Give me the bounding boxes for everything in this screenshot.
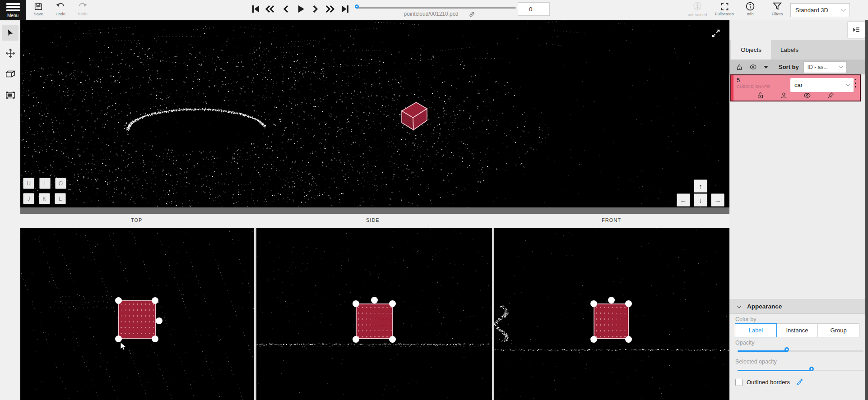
prev-frame-button[interactable]: [279, 3, 293, 15]
expand-view-icon[interactable]: [711, 28, 721, 38]
filters-button[interactable]: Filters: [767, 1, 788, 16]
opacity-slider[interactable]: [738, 350, 863, 352]
object-pin-icon[interactable]: [827, 92, 835, 99]
link-icon[interactable]: [469, 11, 475, 18]
cuboid-handle[interactable]: [152, 336, 158, 342]
save-button[interactable]: Save: [28, 1, 49, 16]
top-view[interactable]: [20, 228, 254, 400]
appearance-section-header[interactable]: Appearance: [729, 299, 865, 314]
redo-button[interactable]: Redo: [72, 1, 93, 16]
frame-number-input[interactable]: [518, 2, 550, 16]
tab-objects[interactable]: Objects: [731, 40, 771, 60]
hotkey-o[interactable]: O: [55, 178, 66, 189]
cuboid-handle[interactable]: [115, 297, 122, 304]
undo-button[interactable]: Undo: [50, 1, 71, 16]
panel-scrollbar[interactable]: [865, 20, 868, 400]
cuboid-handle[interactable]: [115, 336, 122, 342]
cuboid-handle[interactable]: [590, 300, 597, 307]
nav-left-button[interactable]: ←: [677, 193, 690, 207]
hotkey-u[interactable]: U: [23, 178, 34, 189]
top-view-cuboid[interactable]: [118, 300, 156, 339]
side-view[interactable]: [256, 228, 492, 400]
object-menu-button[interactable]: [852, 79, 859, 87]
hotkey-j[interactable]: J: [23, 193, 34, 204]
cuboid-3d-annotation[interactable]: [399, 99, 430, 133]
cuboid-handle[interactable]: [590, 336, 597, 343]
side-view-cuboid[interactable]: [356, 303, 393, 339]
color-by-label-button[interactable]: Label: [735, 323, 777, 337]
cuboid-tool-button[interactable]: [2, 66, 19, 82]
main-pointcloud-canvas[interactable]: [20, 20, 729, 207]
cuboid-handle[interactable]: [353, 300, 359, 307]
collapse-panel-button[interactable]: [848, 22, 865, 38]
object-list-item[interactable]: 5 CUBOID SHAPE car: [730, 74, 861, 101]
lock-all-icon[interactable]: [736, 64, 743, 71]
cuboid-handle[interactable]: [371, 297, 378, 303]
tab-labels[interactable]: Labels: [771, 40, 808, 60]
cuboid-handle[interactable]: [353, 336, 359, 343]
color-by-instance-button[interactable]: Instance: [777, 323, 818, 337]
select-tool-button[interactable]: [2, 25, 19, 41]
cuboid-handle[interactable]: [625, 300, 632, 307]
opacity-label: Opacity: [735, 340, 754, 346]
main-3d-viewport[interactable]: U I O J K L ↑ ← ↓ →: [20, 20, 729, 207]
frame-slider[interactable]: [357, 7, 516, 9]
nav-down-button[interactable]: ↓: [694, 193, 707, 207]
frame-slider-handle[interactable]: [355, 5, 359, 9]
skip-last-button[interactable]: [339, 3, 352, 15]
menu-button[interactable]: Menu: [0, 0, 26, 20]
model-status: not trained: [687, 1, 708, 17]
panel-tabs: Objects Labels: [729, 40, 865, 60]
sort-by-select[interactable]: ID - as...: [803, 61, 847, 73]
object-assignee-icon[interactable]: [780, 92, 788, 99]
chevron-down-icon: [841, 7, 846, 12]
object-label-select[interactable]: car: [790, 78, 854, 92]
hotkey-i[interactable]: I: [39, 178, 51, 189]
selected-opacity-slider-handle[interactable]: [809, 367, 814, 371]
view-labels-row: TOP SIDE FRONT: [20, 214, 729, 228]
opacity-slider-handle[interactable]: [784, 347, 789, 352]
eyedropper-icon[interactable]: [796, 378, 804, 386]
cuboid-handle[interactable]: [608, 297, 615, 303]
color-by-group-button[interactable]: Group: [818, 323, 859, 337]
info-button[interactable]: Info: [740, 1, 761, 16]
cuboid-handle[interactable]: [389, 300, 396, 307]
move-icon: [5, 48, 15, 58]
nav-up-button[interactable]: ↑: [694, 179, 707, 193]
selected-opacity-slider[interactable]: [738, 370, 863, 371]
object-label-value: car: [794, 82, 846, 88]
image-overlay-tool-button[interactable]: [2, 87, 19, 103]
nav-right-button[interactable]: →: [711, 193, 724, 207]
view-mode-value: Standard 3D: [795, 7, 842, 14]
cuboid-handle[interactable]: [625, 336, 632, 343]
skip-first-button[interactable]: [249, 3, 262, 15]
object-lock-icon[interactable]: [757, 92, 764, 99]
cuboid-handle[interactable]: [156, 317, 162, 324]
horizontal-scrollbar[interactable]: [20, 207, 729, 214]
outlined-borders-checkbox[interactable]: [735, 379, 743, 386]
move-tool-button[interactable]: [2, 46, 19, 61]
play-button[interactable]: [294, 3, 307, 15]
image-overlay-icon: [5, 91, 15, 100]
visibility-all-icon[interactable]: [749, 63, 757, 71]
fast-forward-button[interactable]: [323, 3, 337, 15]
hotkey-k[interactable]: K: [39, 193, 50, 204]
save-icon: [33, 1, 43, 11]
fullscreen-label: Fullscreen: [714, 12, 735, 16]
next-frame-button[interactable]: [308, 3, 322, 15]
front-view[interactable]: [494, 228, 729, 400]
brain-icon: [692, 1, 703, 12]
hotkey-l[interactable]: L: [55, 193, 66, 204]
select-cursor-icon: [6, 28, 15, 37]
select-dropdown-icon[interactable]: [763, 64, 769, 70]
object-visibility-icon[interactable]: [803, 92, 811, 99]
fast-rewind-button[interactable]: [263, 3, 277, 15]
view-mode-select[interactable]: Standard 3D: [790, 3, 850, 17]
fullscreen-button[interactable]: Fullscreen: [714, 1, 735, 16]
cuboid-handle[interactable]: [389, 336, 396, 343]
cuboid-handle[interactable]: [152, 297, 158, 304]
save-label: Save: [28, 12, 49, 16]
menu-icon: [6, 3, 20, 13]
play-icon: [295, 4, 306, 14]
front-view-cuboid[interactable]: [594, 303, 629, 339]
